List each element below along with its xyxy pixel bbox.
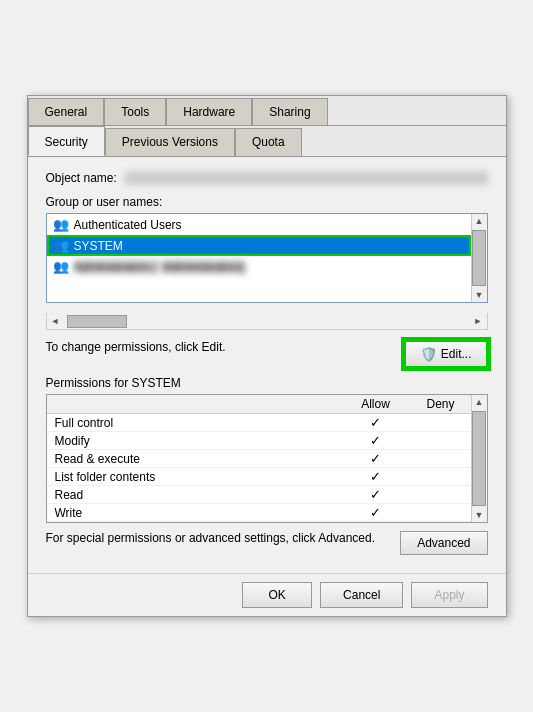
apply-button[interactable]: Apply bbox=[411, 582, 487, 608]
permissions-header: Allow Deny bbox=[47, 395, 471, 414]
perm-name-write: Write bbox=[47, 506, 341, 520]
perm-allow-listfolder: ✓ bbox=[341, 469, 411, 484]
checkmark-read-allow: ✓ bbox=[370, 487, 381, 502]
checkmark-fullcontrol-allow: ✓ bbox=[370, 415, 381, 430]
cancel-button[interactable]: Cancel bbox=[320, 582, 403, 608]
perm-allow-fullcontrol: ✓ bbox=[341, 415, 411, 430]
scroll-up-arrow[interactable]: ▲ bbox=[473, 214, 486, 228]
bottom-buttons: OK Cancel Apply bbox=[28, 573, 506, 616]
permissions-table-container: Allow Deny Full control ✓ Modify ✓ Read … bbox=[46, 394, 488, 523]
perm-row-fullcontrol: Full control ✓ bbox=[47, 414, 471, 432]
perm-scroll-up[interactable]: ▲ bbox=[473, 395, 486, 409]
checkmark-write-allow: ✓ bbox=[370, 505, 381, 520]
tab-previous-versions[interactable]: Previous Versions bbox=[105, 128, 235, 156]
perm-allow-modify: ✓ bbox=[341, 433, 411, 448]
edit-button[interactable]: 🛡️ Edit... bbox=[404, 340, 488, 368]
horizontal-scrollbar[interactable]: ◄ ► bbox=[46, 313, 488, 330]
edit-hint-row: To change permissions, click Edit. 🛡️ Ed… bbox=[46, 340, 488, 368]
header-allow: Allow bbox=[341, 397, 411, 411]
ok-button[interactable]: OK bbox=[242, 582, 312, 608]
perm-name-read: Read bbox=[47, 488, 341, 502]
perm-name-readexecute: Read & execute bbox=[47, 452, 341, 466]
scrollbar-thumb[interactable] bbox=[472, 230, 486, 286]
checkmark-modify-allow: ✓ bbox=[370, 433, 381, 448]
tab-tools[interactable]: Tools bbox=[104, 98, 166, 125]
checkmark-readexecute-allow: ✓ bbox=[370, 451, 381, 466]
perm-row-read: Read ✓ bbox=[47, 486, 471, 504]
perm-allow-readexecute: ✓ bbox=[341, 451, 411, 466]
perm-name-fullcontrol: Full control bbox=[47, 416, 341, 430]
object-name-label: Object name: bbox=[46, 171, 117, 185]
tab-quota[interactable]: Quota bbox=[235, 128, 302, 156]
tabs-row-2: Security Previous Versions Quota bbox=[28, 126, 506, 157]
tab-general[interactable]: General bbox=[28, 98, 105, 125]
scroll-down-arrow[interactable]: ▼ bbox=[473, 288, 486, 302]
group-label: Group or user names: bbox=[46, 195, 488, 209]
user-icon-administrators: 👥 bbox=[53, 259, 69, 274]
special-permissions-row: For special permissions or advanced sett… bbox=[46, 531, 488, 555]
permissions-table: Allow Deny Full control ✓ Modify ✓ Read … bbox=[46, 394, 488, 523]
tabs-row-1: General Tools Hardware Sharing bbox=[28, 96, 506, 126]
edit-button-label: Edit... bbox=[441, 347, 472, 361]
users-listbox[interactable]: 👥 Authenticated Users 👥 SYSTEM 👥 Adminis… bbox=[46, 213, 488, 303]
shield-icon: 🛡️ bbox=[420, 346, 437, 362]
special-permissions-text: For special permissions or advanced sett… bbox=[46, 531, 401, 545]
checkmark-listfolder-allow: ✓ bbox=[370, 469, 381, 484]
perm-name-modify: Modify bbox=[47, 434, 341, 448]
list-item-administrators[interactable]: 👥 Administrators ( \Administrators) bbox=[47, 256, 471, 277]
edit-hint-text: To change permissions, click Edit. bbox=[46, 340, 404, 354]
perm-allow-read: ✓ bbox=[341, 487, 411, 502]
perm-row-write: Write ✓ bbox=[47, 504, 471, 522]
perm-row-listfolder: List folder contents ✓ bbox=[47, 468, 471, 486]
users-listbox-container: 👥 Authenticated Users 👥 SYSTEM 👥 Adminis… bbox=[46, 213, 488, 303]
listbox-scrollbar[interactable]: ▲ ▼ bbox=[471, 214, 487, 302]
perm-scrollbar-thumb[interactable] bbox=[472, 411, 486, 506]
users-list: 👥 Authenticated Users 👥 SYSTEM 👥 Adminis… bbox=[47, 214, 471, 277]
permissions-label: Permissions for SYSTEM bbox=[46, 376, 488, 390]
object-name-value bbox=[125, 171, 488, 185]
perm-scrollbar[interactable]: ▲ ▼ bbox=[471, 395, 487, 522]
advanced-button-label: Advanced bbox=[417, 536, 470, 550]
hscroll-right-arrow[interactable]: ► bbox=[470, 316, 487, 326]
tab-hardware[interactable]: Hardware bbox=[166, 98, 252, 125]
user-name-administrators: Administrators ( \Administrators) bbox=[74, 260, 245, 274]
security-content: Object name: Group or user names: 👥 Auth… bbox=[28, 157, 506, 573]
user-icon-system: 👥 bbox=[53, 238, 69, 253]
user-name-authenticated: Authenticated Users bbox=[74, 218, 182, 232]
advanced-button[interactable]: Advanced bbox=[400, 531, 487, 555]
tab-sharing[interactable]: Sharing bbox=[252, 98, 327, 125]
perm-name-listfolder: List folder contents bbox=[47, 470, 341, 484]
perm-row-modify: Modify ✓ bbox=[47, 432, 471, 450]
header-deny: Deny bbox=[411, 397, 471, 411]
list-item-system[interactable]: 👥 SYSTEM bbox=[47, 235, 471, 256]
user-icon-authenticated: 👥 bbox=[53, 217, 69, 232]
perm-scroll-down[interactable]: ▼ bbox=[473, 508, 486, 522]
properties-dialog: General Tools Hardware Sharing Security … bbox=[27, 95, 507, 617]
user-name-system: SYSTEM bbox=[74, 239, 123, 253]
perm-row-readexecute: Read & execute ✓ bbox=[47, 450, 471, 468]
tab-security[interactable]: Security bbox=[28, 126, 105, 156]
perm-allow-write: ✓ bbox=[341, 505, 411, 520]
object-name-row: Object name: bbox=[46, 171, 488, 185]
hscroll-left-arrow[interactable]: ◄ bbox=[47, 316, 64, 326]
list-item-authenticated[interactable]: 👥 Authenticated Users bbox=[47, 214, 471, 235]
hscroll-thumb[interactable] bbox=[67, 315, 127, 328]
